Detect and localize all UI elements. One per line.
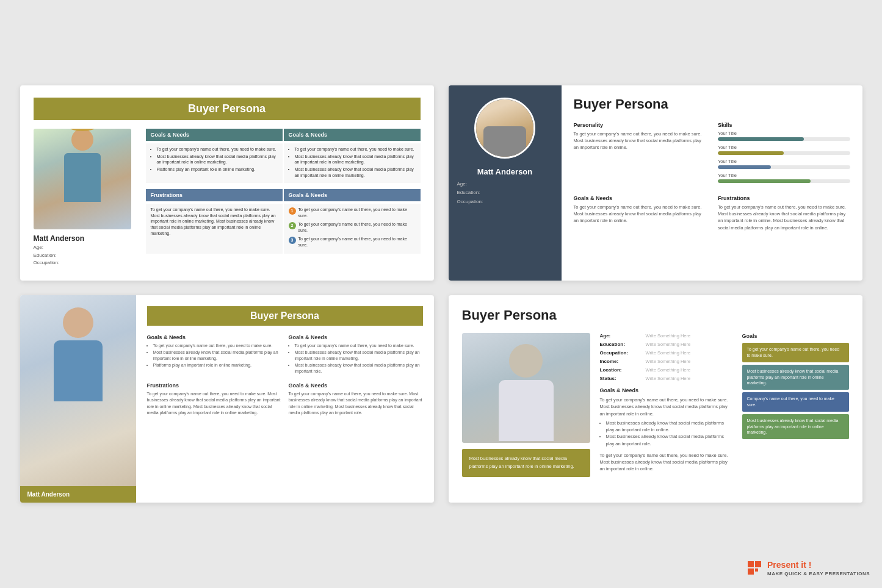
slide3-sec3-title: Frustrations (147, 382, 281, 389)
numbered-text-1: To get your company's name out there, yo… (298, 207, 416, 220)
goal-3: Company's name out there, you need to ma… (742, 392, 849, 412)
slide3-title: Buyer Persona (156, 310, 414, 321)
skill-3: Your Title (718, 159, 850, 169)
slide4-right: Goals To get your company's name out the… (742, 333, 849, 477)
slide4-goals-col-title: Goals (742, 333, 849, 339)
slide3-person-body (54, 340, 103, 401)
slide4-left: Most businesses already know that social… (462, 333, 590, 477)
slide-card-3: Matt Anderson Buyer Persona Goals & Need… (20, 295, 434, 503)
slide3-header: Buyer Persona (147, 306, 423, 326)
slide1-col1-header: Goals & Needs (146, 129, 283, 141)
slide2-goals: Goals & Needs To get your company's name… (574, 195, 706, 231)
slide2-age: Age: (457, 180, 553, 188)
numbered-item-3: 3 To get your company's name out there, … (289, 236, 416, 249)
skill-2: Your Title (718, 145, 850, 155)
slide4-goals-needs-text: To get your company's name out there, yo… (600, 396, 732, 417)
slide1-img-placeholder (34, 129, 131, 229)
slide4-field-inc: Income: Write Something Here (600, 359, 732, 364)
slide2-persona-name: Matt Anderson (471, 167, 539, 176)
slide2-content: Buyer Persona Personality To get your co… (562, 85, 862, 281)
skill-4: Your Title (718, 173, 850, 183)
slide4-loc-value: Write Something Here (646, 367, 691, 373)
numbered-item-2: 2 To get your company's name out there, … (289, 221, 416, 234)
slide4-persona-img (462, 333, 590, 443)
slide2-sidebar-info: Age: Education: Occupation: (449, 176, 562, 206)
numbered-text-3: To get your company's name out there, yo… (298, 236, 416, 249)
slide1-left: Matt Anderson Age: Education: Occupation… (34, 129, 137, 267)
skill-4-label: Your Title (718, 173, 850, 178)
branding: Present it ! MAKE QUICK & EASY PRESENTAT… (746, 559, 870, 577)
slide1-header: Buyer Persona (34, 98, 421, 120)
slide2-personality-title: Personality (574, 122, 706, 128)
slide4-person-head (509, 344, 543, 378)
slide1-section1-body: To get your company's name out there, yo… (146, 143, 421, 183)
slide2-title: Buyer Persona (574, 96, 850, 112)
slide1-persona-img (34, 129, 131, 229)
slide-card-1: Buyer Persona Matt Anderson (20, 85, 434, 281)
slide4-field-age: Age: Write Something Here (600, 333, 732, 339)
slide4-bottom-text: To get your company's name out there, yo… (600, 452, 732, 473)
slide4-middle: Age: Write Something Here Education: Wri… (600, 333, 732, 477)
slide4-inc-label: Income: (600, 359, 646, 364)
slide2-frustrations-right-text: To get your company's name out there, yo… (718, 204, 850, 231)
numbered-item-1: 1 To get your company's name out there, … (289, 207, 416, 220)
slide-card-2: Matt Anderson Age: Education: Occupation… (449, 85, 862, 281)
svg-rect-0 (748, 561, 754, 567)
slide-card-4: Buyer Persona Most businesses already kn… (449, 295, 862, 503)
slide3-name-bar: Matt Anderson (20, 486, 136, 503)
goal-4: Most businesses already know that social… (742, 414, 849, 439)
brand-text: Present it ! MAKE QUICK & EASY PRESENTAT… (767, 559, 870, 577)
brand-tagline: MAKE QUICK & EASY PRESENTATIONS (767, 571, 870, 577)
slide2-grid: Personality To get your company's name o… (574, 122, 850, 231)
num-badge-2: 2 (289, 222, 296, 229)
slide4-info-box: Most businesses already know that social… (462, 449, 590, 477)
slide4-field-occ: Occupation: Write Something Here (600, 350, 732, 356)
slide1-section1: Goals & Needs Goals & Needs To get your … (146, 129, 421, 183)
slide3-left: Matt Anderson (20, 295, 136, 503)
slide2-avatar-inner (476, 99, 533, 157)
slide3-sec2-title: Goals & Needs (289, 334, 423, 340)
brand-icon (746, 560, 764, 577)
slide1-frustration-text: To get your company's name out there, yo… (146, 204, 283, 254)
slide1-body: Matt Anderson Age: Education: Occupation… (34, 129, 421, 267)
numbered-text-2: To get your company's name out there, yo… (298, 221, 416, 234)
slide2-frustrations-right-title: Frustrations (718, 195, 850, 201)
main-container: Buyer Persona Matt Anderson (20, 61, 862, 527)
slide2-occ: Occupation: (457, 198, 553, 206)
slide3-sec2: Goals & Needs To get your company's name… (289, 334, 423, 375)
slide1-persona-name: Matt Anderson (34, 234, 137, 243)
slide1-col2-body: To get your company's name out there, yo… (284, 143, 421, 183)
slide4-status-label: Status: (600, 376, 646, 381)
slide1-edu-label: Education: (34, 253, 57, 258)
slide3-sec3: Frustrations To get your company's name … (147, 382, 281, 417)
slide4-field-status: Status: Write Something Here (600, 376, 732, 381)
slide1-section2-header: Frustrations Goals & Needs (146, 189, 421, 201)
slide1-persona-info: Age: Education: Occupation: (34, 244, 137, 267)
slide3-persona-name: Matt Anderson (27, 491, 70, 498)
slide4-loc-label: Location: (600, 367, 646, 373)
slide2-goals-title: Goals & Needs (574, 195, 706, 201)
slide3-sec4-text: To get your company's name out there, yo… (289, 391, 423, 417)
slide2-avatar (474, 98, 535, 159)
slide3-right: Buyer Persona Goals & Needs To get your … (136, 295, 434, 503)
slide2-sidebar: Matt Anderson Age: Education: Occupation… (449, 85, 562, 281)
svg-rect-3 (755, 568, 758, 572)
slide2-personality: Personality To get your company's name o… (574, 122, 706, 187)
slide3-sec1: Goals & Needs To get your company's name… (147, 334, 281, 375)
slide2-personality-text: To get your company's name out there, yo… (574, 131, 706, 151)
slide1-section1-header: Goals & Needs Goals & Needs (146, 129, 421, 141)
slide4-body: Most businesses already know that social… (462, 333, 849, 477)
slide1-right: Goals & Needs Goals & Needs To get your … (146, 129, 421, 267)
svg-rect-2 (748, 568, 754, 575)
goal-1: To get your company's name out there, yo… (742, 343, 849, 362)
slide4-inc-value: Write Something Here (646, 359, 691, 364)
slide4-age-label: Age: (600, 333, 646, 339)
slide1-title: Buyer Persona (43, 102, 411, 115)
slide1-section2: Frustrations Goals & Needs To get your c… (146, 189, 421, 254)
slide3-sec1-list: To get your company's name out there, yo… (147, 343, 281, 368)
slide3-sec2-list: To get your company's name out there, yo… (289, 343, 423, 375)
slide2-frustrations-right: Frustrations To get your company's name … (718, 195, 850, 231)
slide1-section2-body: To get your company's name out there, yo… (146, 204, 421, 254)
goal-2: Most businesses already know that social… (742, 365, 849, 390)
slide3-content-grid: Goals & Needs To get your company's name… (147, 334, 423, 417)
